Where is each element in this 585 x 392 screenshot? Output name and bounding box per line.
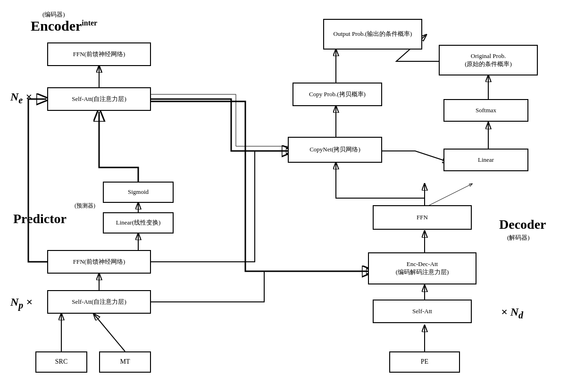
- np-label: Np ×: [10, 296, 33, 311]
- ffn-predictor-box: FFN(前馈神经网络): [47, 250, 151, 274]
- pe-box: PE: [389, 351, 460, 373]
- output-prob-box: Output Prob.(输出的条件概率): [323, 19, 422, 50]
- ffn-encoder-box: FFN(前馈神经网络): [47, 42, 151, 66]
- ffn-decoder-box: FFN: [373, 205, 472, 230]
- svg-line-2: [94, 315, 125, 351]
- linear-decoder-box: Linear: [443, 149, 528, 171]
- copy-prob-box: Copy Prob.(拷贝概率): [292, 83, 382, 106]
- self-att-encoder-box: Self-Att(自注意力层): [47, 87, 151, 111]
- encoder-title: Encoderinter: [31, 18, 97, 34]
- mt-box: MT: [99, 351, 151, 373]
- ne-label: Ne ×: [10, 91, 32, 106]
- enc-dec-att-box: Enc-Dec-Att(编码解码注意力层): [368, 252, 476, 284]
- self-att-decoder-box: Self-Att: [373, 300, 472, 323]
- predictor-cn-label: (预测器): [75, 202, 95, 210]
- predictor-title: Predictor: [13, 211, 67, 226]
- self-att-predictor-box: Self-Att(自注意力层): [47, 290, 151, 314]
- copynet-box: CopyNet(拷贝网络): [288, 137, 382, 163]
- original-prob-box: Original Prob.(原始的条件概率): [439, 45, 538, 75]
- sigmoid-box: Sigmoid: [103, 182, 174, 203]
- decoder-title: Decoder: [499, 217, 546, 232]
- decoder-cn-label: (解码器): [507, 234, 530, 242]
- softmax-box: Softmax: [443, 99, 528, 122]
- svg-line-14: [425, 184, 472, 208]
- architecture-diagram: FFN(前馈神经网络) Self-Att(自注意力层) Sigmoid Line…: [0, 0, 585, 392]
- src-box: SRC: [35, 351, 87, 373]
- nd-label: × Nd: [501, 306, 523, 321]
- linear-predictor-box: Linear(线性变换): [103, 212, 174, 234]
